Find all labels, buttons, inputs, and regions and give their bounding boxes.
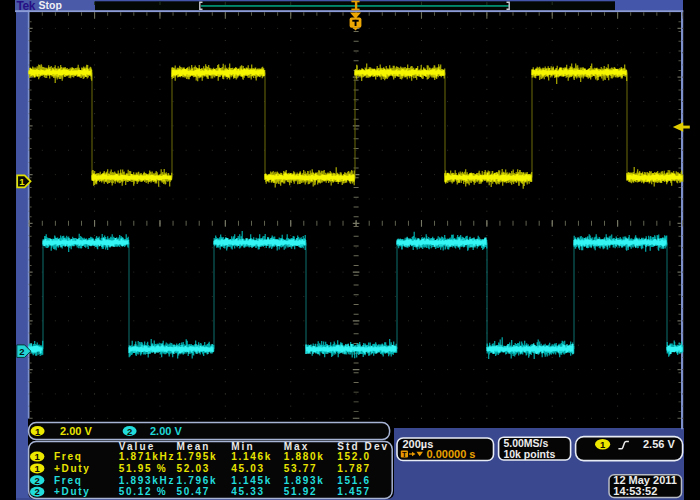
svg-text:+Duty: +Duty — [54, 463, 91, 474]
svg-text:2: 2 — [127, 426, 132, 437]
svg-text:1.787: 1.787 — [337, 463, 371, 474]
svg-text:45.33: 45.33 — [231, 486, 265, 497]
svg-text:1: 1 — [600, 439, 606, 450]
svg-text:52.03: 52.03 — [177, 463, 211, 474]
svg-text:50.12 %: 50.12 % — [119, 486, 168, 497]
svg-text:14:53:52: 14:53:52 — [613, 485, 657, 497]
svg-text:2: 2 — [19, 346, 24, 357]
svg-text:10k points: 10k points — [503, 448, 555, 460]
svg-text:1.145k: 1.145k — [231, 475, 272, 486]
svg-text:2: 2 — [35, 475, 40, 486]
svg-text:1.795k: 1.795k — [177, 451, 218, 462]
svg-text:53.77: 53.77 — [284, 463, 318, 474]
svg-text:1.871kHz: 1.871kHz — [119, 451, 175, 462]
svg-text:1.880k: 1.880k — [284, 451, 325, 462]
svg-text:2: 2 — [35, 486, 40, 497]
svg-text:51.95 %: 51.95 % — [119, 463, 168, 474]
svg-text:51.92: 51.92 — [284, 486, 318, 497]
svg-text:1: 1 — [35, 451, 41, 462]
svg-text:50.47: 50.47 — [177, 486, 211, 497]
svg-text:Freq: Freq — [54, 451, 82, 462]
svg-text:45.03: 45.03 — [231, 463, 265, 474]
svg-text:1: 1 — [35, 463, 41, 474]
svg-text:Freq: Freq — [54, 475, 82, 486]
svg-text:T: T — [402, 450, 407, 459]
svg-text:2.56 V: 2.56 V — [643, 438, 675, 450]
svg-text:152.0: 152.0 — [337, 451, 371, 462]
svg-text:1.893k: 1.893k — [284, 475, 325, 486]
svg-text:Stop: Stop — [39, 0, 62, 11]
svg-text:151.6: 151.6 — [337, 475, 371, 486]
svg-text:1: 1 — [19, 176, 25, 187]
svg-text:1.893kHz: 1.893kHz — [119, 475, 175, 486]
svg-text:1.796k: 1.796k — [177, 475, 218, 486]
svg-text:1: 1 — [35, 426, 41, 437]
svg-text:2.00 V: 2.00 V — [60, 425, 92, 437]
svg-text:+Duty: +Duty — [54, 486, 91, 497]
svg-text:0.00000 s: 0.00000 s — [427, 448, 476, 460]
svg-text:2.00 V: 2.00 V — [150, 425, 182, 437]
svg-text:1.457: 1.457 — [337, 486, 371, 497]
svg-text:1.146k: 1.146k — [231, 451, 272, 462]
